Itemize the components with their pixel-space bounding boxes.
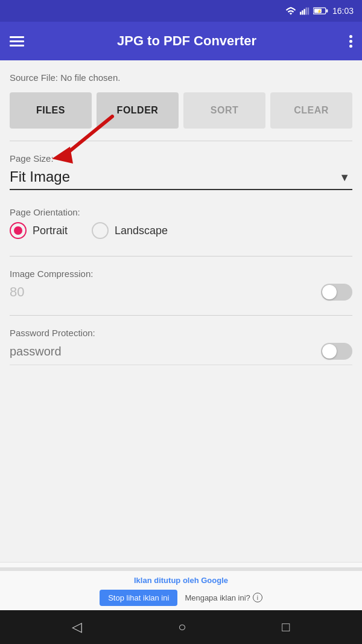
- compression-toggle[interactable]: [321, 284, 352, 301]
- page-size-select[interactable]: Fit Image ▼: [10, 168, 352, 190]
- action-buttons-row: FILES FOLDER SORT CLEAR: [10, 92, 352, 129]
- clear-button[interactable]: CLEAR: [270, 92, 352, 129]
- page-size-value: Fit Image: [10, 168, 352, 185]
- orientation-row: Portrait Landscape: [10, 222, 352, 239]
- svg-rect-4: [308, 7, 309, 14]
- landscape-radio[interactable]: [92, 222, 109, 239]
- sort-button[interactable]: SORT: [183, 92, 265, 129]
- ad-top-bar: [0, 567, 362, 571]
- status-time: 16:03: [332, 6, 354, 16]
- compression-value: 80: [10, 284, 24, 300]
- files-button[interactable]: FILES: [10, 92, 92, 129]
- wifi-icon: [285, 7, 296, 15]
- image-compression-label: Image Compression:: [10, 269, 352, 279]
- toolbar: JPG to PDF Converter: [0, 22, 362, 60]
- source-file-label: Source File: No file chosen.: [10, 72, 352, 83]
- app-title: JPG to PDF Converter: [34, 33, 340, 49]
- folder-button[interactable]: FOLDER: [97, 92, 179, 129]
- more-options-icon[interactable]: [349, 35, 352, 48]
- dropdown-arrow-icon: ▼: [339, 171, 350, 184]
- home-button[interactable]: ○: [178, 619, 186, 635]
- ad-banner: Iklan ditutup oleh Google Stop lihat ikl…: [0, 562, 362, 610]
- toggle-knob: [322, 285, 337, 299]
- password-protection-label: Password Protection:: [10, 328, 352, 338]
- portrait-option[interactable]: Portrait: [10, 222, 68, 239]
- svg-rect-2: [303, 9, 305, 15]
- status-bar: ⚡ 16:03: [0, 0, 362, 22]
- why-ad-button[interactable]: Mengapa iklan ini? i: [185, 593, 262, 602]
- menu-icon[interactable]: [10, 36, 24, 46]
- back-button[interactable]: ◁: [72, 619, 82, 635]
- info-icon: i: [253, 593, 262, 602]
- ad-buttons-row: Stop lihat iklan ini Mengapa iklan ini? …: [100, 590, 262, 606]
- page-size-label: Page Size:: [10, 153, 352, 164]
- password-input[interactable]: [10, 345, 321, 359]
- image-compression-row: 80: [10, 284, 352, 301]
- svg-rect-1: [302, 10, 303, 14]
- google-brand: Google: [201, 576, 228, 585]
- svg-text:⚡: ⚡: [317, 8, 322, 14]
- divider-3: [10, 315, 352, 316]
- password-toggle-knob: [322, 344, 337, 359]
- page-orientation-label: Page Orientation:: [10, 207, 352, 217]
- main-content: Source File: No file chosen. FILES FOLDE…: [0, 60, 362, 562]
- password-input-row: [10, 343, 352, 365]
- ad-text: Iklan ditutup oleh Google: [134, 576, 228, 585]
- portrait-label: Portrait: [33, 225, 68, 237]
- landscape-label: Landscape: [115, 225, 168, 237]
- landscape-option[interactable]: Landscape: [92, 222, 168, 239]
- recents-button[interactable]: □: [282, 619, 290, 635]
- navigation-bar: ◁ ○ □: [0, 610, 362, 644]
- portrait-radio[interactable]: [10, 222, 27, 239]
- password-toggle[interactable]: [321, 343, 352, 360]
- divider-2: [10, 256, 352, 257]
- svg-rect-3: [306, 7, 307, 14]
- battery-icon: ⚡: [313, 7, 329, 15]
- svg-rect-7: [326, 9, 328, 12]
- svg-rect-0: [300, 12, 301, 15]
- divider-1: [10, 141, 352, 141]
- signal-icon: [300, 7, 310, 15]
- stop-ad-button[interactable]: Stop lihat iklan ini: [100, 590, 177, 606]
